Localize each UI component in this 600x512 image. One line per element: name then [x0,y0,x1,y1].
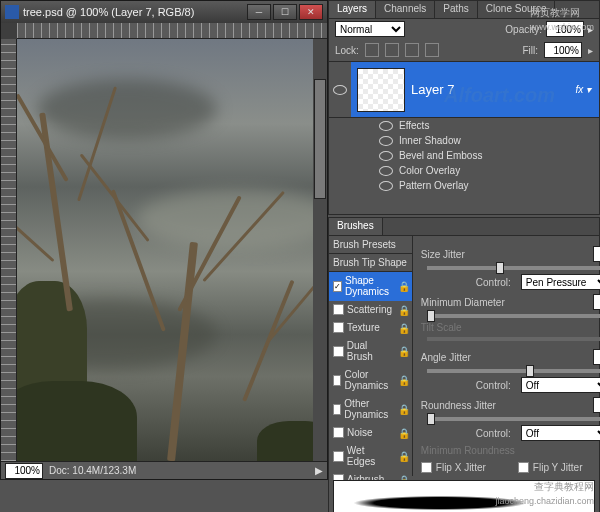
panels-area: Layers Channels Paths Clone Source Norma… [328,0,600,512]
ruler-vertical[interactable] [1,39,17,461]
lock-pixels-icon[interactable] [385,43,399,57]
brush-option-shape-dynamics[interactable]: ✓Shape Dynamics🔒 [329,272,412,301]
canvas[interactable] [17,39,313,461]
effect-color-overlay[interactable]: Color Overlay [379,163,599,178]
roundness-jitter-input[interactable] [593,397,600,413]
lock-all-icon[interactable] [425,43,439,57]
eye-icon[interactable] [379,121,393,131]
brush-sidebar: Brush Presets Brush Tip Shape ✓Shape Dyn… [329,236,413,476]
lock-icon[interactable]: 🔒 [398,404,408,414]
watermark-top: 网页教学网www.webjx.com [530,6,594,32]
brush-option-texture[interactable]: Texture🔒 [329,319,412,337]
control-label: Control: [421,277,511,288]
min-diameter-label: Minimum Diameter [421,297,505,308]
angle-jitter-slider[interactable] [427,369,600,373]
brush-tip-shape[interactable]: Brush Tip Shape [329,254,412,272]
lock-icon[interactable]: 🔒 [398,428,408,438]
checkbox[interactable] [333,304,344,315]
roundness-jitter-label: Roundness Jitter [421,400,496,411]
min-diameter-slider[interactable] [427,314,600,318]
fx-badge[interactable]: fx ▾ [575,84,591,95]
angle-jitter-input[interactable] [593,349,600,365]
fill-arrow-icon[interactable]: ▸ [588,45,593,56]
flip-x-label: Flip X Jitter [436,462,486,473]
zoom-input[interactable] [5,463,43,479]
blend-mode-select[interactable]: Normal [335,21,405,37]
brush-option-noise[interactable]: Noise🔒 [329,424,412,442]
roundness-jitter-slider[interactable] [427,417,600,421]
lock-transparency-icon[interactable] [365,43,379,57]
doc-size: Doc: 10.4M/123.3M [49,465,136,476]
size-jitter-input[interactable] [593,246,600,262]
tab-brushes[interactable]: Brushes [329,218,383,235]
flip-y-label: Flip Y Jitter [533,462,583,473]
brush-option-color-dynamics[interactable]: Color Dynamics🔒 [329,366,412,395]
lock-icon[interactable]: 🔒 [398,281,408,291]
watermark-bottom: 查字典教程网jiaocheng.chazidian.com [495,480,594,506]
checkbox[interactable] [333,404,341,415]
effect-pattern-overlay[interactable]: Pattern Overlay [379,178,599,193]
layer-effects: Effects Inner Shadow Bevel and Emboss Co… [329,118,599,193]
brush-option-scattering[interactable]: Scattering🔒 [329,301,412,319]
tab-paths[interactable]: Paths [435,1,478,18]
lock-icon[interactable]: 🔒 [398,451,408,461]
control-select-2[interactable]: Off [521,377,600,393]
tab-layers[interactable]: Layers [329,1,376,18]
eye-icon[interactable] [379,136,393,146]
size-jitter-slider[interactable] [427,266,600,270]
scrollbar-vertical[interactable] [313,39,327,461]
titlebar[interactable]: tree.psd @ 100% (Layer 7, RGB/8) ─ ☐ ✕ [1,1,327,23]
brushes-panel: Brushes Brush Presets Brush Tip Shape ✓S… [328,217,600,512]
checkbox[interactable] [333,451,344,462]
checkbox[interactable] [333,427,344,438]
checkbox[interactable] [333,346,344,357]
brush-option-other-dynamics[interactable]: Other Dynamics🔒 [329,395,412,424]
min-diameter-input[interactable] [593,294,600,310]
lock-icon[interactable]: 🔒 [398,375,408,385]
control-label-3: Control: [421,428,511,439]
brush-presets[interactable]: Brush Presets [329,236,412,254]
tilt-scale-label: Tilt Scale [421,322,462,333]
eye-icon [333,85,347,95]
lock-label: Lock: [335,45,359,56]
fill-label: Fill: [522,45,538,56]
angle-jitter-label: Angle Jitter [421,352,471,363]
lock-icon[interactable]: 🔒 [398,305,408,315]
tab-channels[interactable]: Channels [376,1,435,18]
brush-option-dual-brush[interactable]: Dual Brush🔒 [329,337,412,366]
flip-y-checkbox[interactable] [518,462,529,473]
app-icon [5,5,19,19]
control-label-2: Control: [421,380,511,391]
minimize-button[interactable]: ─ [247,4,271,20]
flip-x-checkbox[interactable] [421,462,432,473]
statusbar: Doc: 10.4M/123.3M ▶ [1,461,327,479]
layer-thumbnail[interactable] [357,68,405,112]
checkbox[interactable] [333,375,341,386]
lock-icon[interactable]: 🔒 [398,323,408,333]
ruler-horizontal[interactable] [17,23,327,39]
checkbox[interactable] [333,322,344,333]
layers-panel: Layers Channels Paths Clone Source Norma… [328,0,600,215]
control-select-3[interactable]: Off [521,425,600,441]
fill-input[interactable] [544,42,582,58]
effect-bevel-emboss[interactable]: Bevel and Emboss [379,148,599,163]
eye-icon[interactable] [379,166,393,176]
window-title: tree.psd @ 100% (Layer 7, RGB/8) [23,6,247,18]
effects-header[interactable]: Effects [379,118,599,133]
control-select-1[interactable]: Pen Pressure [521,274,600,290]
effect-inner-shadow[interactable]: Inner Shadow [379,133,599,148]
eye-icon[interactable] [379,151,393,161]
tilt-scale-slider [427,337,600,341]
checkbox[interactable]: ✓ [333,281,342,292]
brush-option-wet-edges[interactable]: Wet Edges🔒 [329,442,412,471]
maximize-button[interactable]: ☐ [273,4,297,20]
min-roundness-label: Minimum Roundness [421,445,515,456]
lock-position-icon[interactable] [405,43,419,57]
eye-icon[interactable] [379,181,393,191]
watermark-alfoart: Alfoart.com [444,84,555,107]
close-button[interactable]: ✕ [299,4,323,20]
brush-settings: Size Jitter Control:Pen Pressure Minimum… [413,236,600,476]
visibility-toggle[interactable] [329,62,351,117]
scrollbar-thumb[interactable] [314,79,326,199]
lock-icon[interactable]: 🔒 [398,346,408,356]
